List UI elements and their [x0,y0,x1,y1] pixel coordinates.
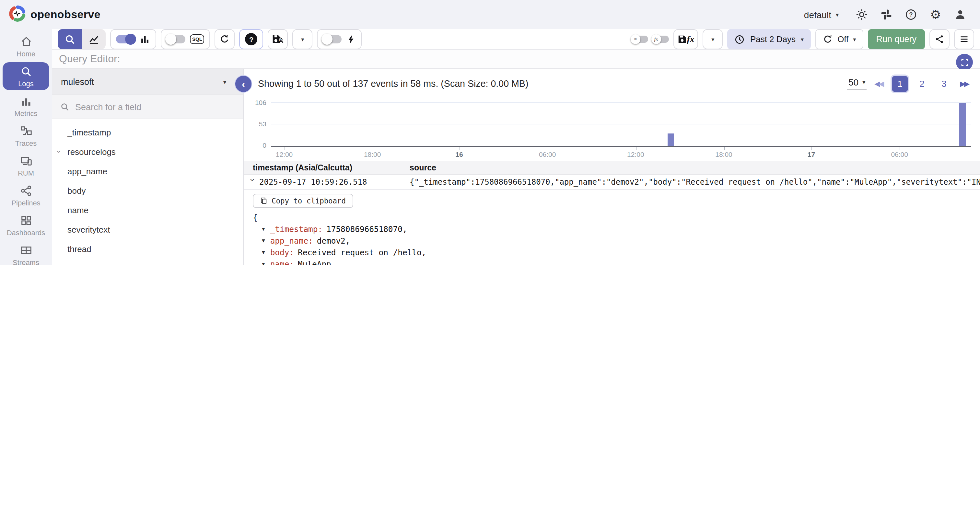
gridline [271,102,971,103]
histogram-toggle-group [110,29,156,49]
x-axis-label: 16 [455,150,463,158]
field-item-body[interactable]: body [52,181,243,200]
sidebar-nav: Home Logs Metrics Traces RUM Pipelines D… [0,29,52,265]
share-button[interactable] [929,29,950,49]
x-axis-label: 12:00 [276,150,293,158]
quick-mode-group [317,29,362,49]
collapse-fields-button[interactable]: ‹ [235,75,252,93]
json-field-_timestamp[interactable]: ▼ _timestamp: 1758086966518070, [251,224,980,235]
function-dropdown-button[interactable]: ▾ [703,29,723,49]
histogram-toggle[interactable] [116,35,135,43]
time-range-selector[interactable]: Past 2 Days ▾ [727,29,811,49]
table-row[interactable]: › 2025-09-17 10:59:26.518 {"_timestamp":… [244,175,980,190]
expanded-row-detail: Copy to clipboard{▼ _timestamp: 17580869… [244,190,980,265]
brand: openobserve [9,5,100,24]
run-query-button[interactable]: Run query [867,29,925,49]
timestamp-column-header: timestamp (Asia/Calcutta) [244,163,410,172]
chart-mode-button[interactable] [82,29,106,49]
sidebar-item-traces[interactable]: Traces [3,122,49,150]
field-item-_timestamp[interactable]: _timestamp [52,122,243,142]
copy-to-clipboard-button[interactable]: Copy to clipboard [253,194,353,208]
field-dropdown-icon[interactable]: ▼ [262,247,265,259]
org-selector[interactable]: default ▾ [804,10,839,20]
x-tick-mark [724,147,725,150]
page-button-2[interactable]: 2 [914,76,930,92]
refresh-interval-selector[interactable]: Off ▾ [815,29,863,49]
json-field-name[interactable]: ▼ name: MuleApp, [251,259,980,265]
x-tick-mark [372,147,373,150]
source-column-header: source [410,163,436,172]
slack-icon[interactable] [880,8,893,21]
field-item-timeunixnano[interactable]: timeunixnano [52,259,243,265]
last-page-button[interactable]: ▶▶ [960,80,970,87]
fields-panel: mulesoft ▾ _timestamp›resourcelogsapp_na… [52,69,244,265]
field-dropdown-icon[interactable]: ▼ [262,224,265,235]
json-field-app_name[interactable]: ▼ app_name: demov2, [251,235,980,247]
row-expand-icon[interactable]: › [248,178,258,186]
page-button-3[interactable]: 3 [936,76,952,92]
sidebar-item-home[interactable]: Home [3,32,49,60]
save-search-button[interactable]: ★ [268,29,288,49]
rum-icon [20,155,32,167]
x-axis-label: 17 [808,150,815,158]
theme-light-icon[interactable] [855,8,869,21]
results-summary: Showing 1 to 50 out of 137 events in 58 … [258,78,528,89]
query-help-button[interactable]: ? [240,29,264,49]
sidebar-item-metrics[interactable]: Metrics [3,92,49,120]
chevron-down-icon[interactable]: › [54,150,64,153]
x-tick-mark [284,147,285,150]
json-field-body[interactable]: ▼ body: Received request on /hello, [251,247,980,259]
histogram-bar [959,103,966,146]
settings-icon[interactable]: ⚙ [929,8,942,21]
chevron-down-icon: ▾ [836,11,839,18]
sidebar-item-dashboards[interactable]: Dashboards [3,211,49,239]
sidebar-item-streams[interactable]: Streams [3,241,49,265]
row-source: {"_timestamp":1758086966518070,"app_name… [410,178,980,187]
x-axis-label: 06:00 [891,150,908,158]
x-tick-mark [459,147,460,150]
search-icon [60,102,69,111]
saved-search-dropdown-button[interactable]: ▾ [293,29,313,49]
stream-selector[interactable]: mulesoft ▾ [52,69,243,95]
field-dropdown-icon[interactable]: ▼ [262,259,265,265]
x-axis-label: 06:00 [539,150,556,158]
sql-mode-toggle[interactable] [167,35,185,43]
page-button-1[interactable]: 1 [892,76,908,92]
field-item-name[interactable]: name [52,200,243,220]
save-icon [677,34,687,44]
reset-filters-button[interactable] [215,29,235,49]
first-page-button[interactable]: ◀◀ [874,80,884,87]
fullscreen-button[interactable] [956,54,973,71]
x-tick-mark [635,147,636,150]
profile-icon[interactable] [953,8,967,21]
sidebar-item-logs[interactable]: Logs [3,62,49,90]
sql-mode-group: SQL [161,29,210,49]
field-search-input[interactable] [75,102,205,112]
histogram-x-axis: 12:0018:001606:0012:0018:001706:00 [271,147,971,161]
per-page-selector[interactable]: 50 ▾ [847,77,867,90]
fx-editor-toggle[interactable]: fx [653,36,669,43]
quick-mode-toggle[interactable] [323,35,342,43]
sidebar-item-rum[interactable]: RUM [3,152,49,179]
save-function-button[interactable]: fx [673,29,698,49]
help-icon[interactable]: ? [904,8,918,21]
sidebar-item-pipelines[interactable]: Pipelines [3,181,49,209]
field-item-app_name[interactable]: app_name [52,161,243,181]
question-icon: ? [245,33,258,45]
line-chart-icon [88,33,100,45]
field-dropdown-icon[interactable]: ▼ [262,235,265,247]
field-item-thread[interactable]: thread [52,239,243,259]
search-mode-button[interactable] [58,29,82,49]
menu-button[interactable] [954,29,974,49]
y-axis-label: 53 [246,120,266,128]
field-item-severitytext[interactable]: severitytext [52,220,243,239]
field-search[interactable] [52,95,243,119]
field-list: _timestamp›resourcelogsapp_namebodynames… [52,119,243,265]
gridline [271,124,971,124]
query-editor[interactable]: Query Editor: [52,50,980,69]
openobserve-logo-icon [9,5,26,24]
chevron-down-icon: ▾ [301,36,304,43]
histogram-plot-area: 053106 [271,102,971,147]
field-item-resourcelogs[interactable]: ›resourcelogs [52,142,243,161]
wrap-lines-toggle[interactable]: ≡ [632,36,648,43]
